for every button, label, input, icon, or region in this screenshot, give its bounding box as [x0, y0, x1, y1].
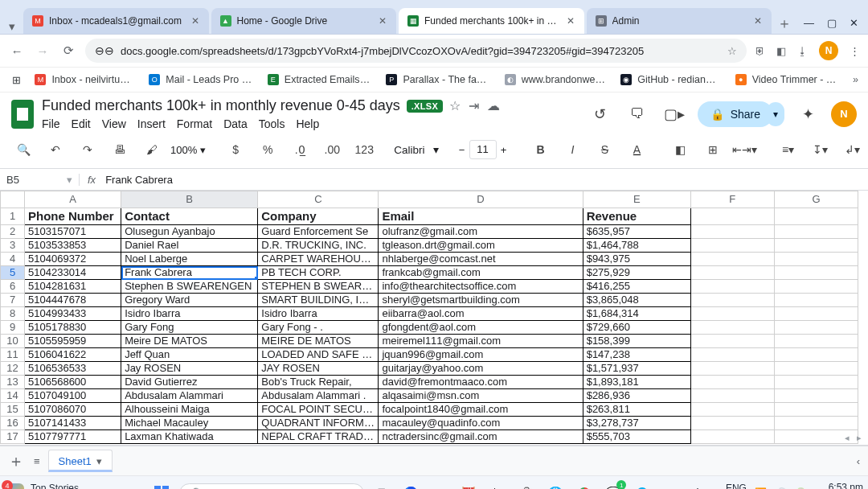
- cell[interactable]: [690, 348, 774, 362]
- browser-tab[interactable]: ⊞Admin✕: [587, 8, 772, 34]
- table-row[interactable]: 155107086070Alhousseini MaigaFOCAL POINT…: [1, 403, 858, 417]
- column-header[interactable]: F: [690, 191, 774, 208]
- language-indicator[interactable]: ENG US: [726, 484, 747, 489]
- taskbar-app-icon[interactable]: 🧿: [399, 482, 422, 489]
- cloud-status-icon[interactable]: ☁: [487, 98, 500, 113]
- forward-button[interactable]: →: [34, 44, 51, 58]
- cell[interactable]: tgleason.drt@gmail.com: [379, 239, 583, 253]
- cell[interactable]: [690, 417, 774, 430]
- account-avatar[interactable]: N: [831, 101, 857, 127]
- extensions-icon[interactable]: ⛨: [755, 45, 765, 57]
- cell[interactable]: $943,975: [583, 253, 690, 266]
- wrap-button[interactable]: ↲▾: [839, 138, 866, 161]
- cell[interactable]: David Gutierrez: [121, 376, 258, 389]
- cell[interactable]: 5104069372: [25, 253, 121, 266]
- cell[interactable]: 5105178830: [25, 321, 121, 335]
- row-header[interactable]: 12: [1, 362, 25, 376]
- cell[interactable]: 5106536533: [25, 362, 121, 376]
- table-row[interactable]: 165107141433Michael MacauleyQUADRANT INF…: [1, 417, 858, 430]
- cell[interactable]: [774, 280, 858, 294]
- cell[interactable]: nctradersinc@gmail.com: [379, 430, 583, 444]
- row-header[interactable]: 3: [1, 239, 25, 253]
- text-color-button[interactable]: A: [624, 138, 651, 161]
- cell[interactable]: [690, 280, 774, 294]
- row-header[interactable]: 16: [1, 417, 25, 430]
- cell[interactable]: [690, 403, 774, 417]
- tab-close-icon[interactable]: ✕: [752, 15, 764, 27]
- sheet-tab-menu-icon[interactable]: ▾: [96, 455, 102, 467]
- reload-button[interactable]: ⟳: [59, 43, 77, 58]
- cell[interactable]: Gary Fong: [121, 321, 258, 335]
- back-button[interactable]: ←: [8, 44, 26, 58]
- cell[interactable]: 5104281631: [25, 280, 121, 294]
- column-header[interactable]: B: [121, 191, 258, 208]
- cell[interactable]: LOADED AND SAFE INC.: [258, 348, 379, 362]
- row-header[interactable]: 13: [1, 376, 25, 389]
- row-header[interactable]: 4: [1, 253, 25, 266]
- cell[interactable]: [774, 266, 858, 280]
- table-row[interactable]: 55104233014Frank CabreraPB TECH CORP.fra…: [1, 266, 858, 280]
- currency-button[interactable]: $: [222, 138, 249, 161]
- table-row[interactable]: 115106041622Jeff QuanLOADED AND SAFE INC…: [1, 348, 858, 362]
- menu-item[interactable]: View: [102, 117, 126, 130]
- cell[interactable]: [774, 403, 858, 417]
- tab-search-icon[interactable]: ▾: [3, 19, 21, 34]
- cell[interactable]: [690, 294, 774, 307]
- cell[interactable]: 5104447678: [25, 294, 121, 307]
- tab-close-icon[interactable]: ✕: [565, 15, 576, 27]
- zoom-select[interactable]: 100%▾: [170, 144, 206, 156]
- bookmark-item[interactable]: ◐www.brandonweb.c…: [504, 73, 607, 86]
- sheets-logo-icon[interactable]: [11, 100, 34, 129]
- cell[interactable]: eiibarra@aol.com: [379, 307, 583, 321]
- row-header[interactable]: 11: [1, 348, 25, 362]
- row-header[interactable]: 15: [1, 403, 25, 417]
- cell[interactable]: Stephen B SWEARENGEN: [121, 280, 258, 294]
- tab-close-icon[interactable]: ✕: [377, 15, 388, 27]
- row-header[interactable]: 5: [1, 266, 25, 280]
- row-header[interactable]: 2: [1, 225, 25, 239]
- profile-avatar[interactable]: N: [819, 41, 838, 60]
- row-header[interactable]: 17: [1, 430, 25, 444]
- table-row[interactable]: 145107049100Abdusalam AlammariAbdusalam …: [1, 389, 858, 403]
- print-button[interactable]: 🖶: [106, 138, 133, 161]
- borders-button[interactable]: ⊞: [699, 138, 727, 161]
- cell[interactable]: olufranz@gmail.com: [379, 225, 583, 239]
- cell[interactable]: alqasaimi@msn.com: [379, 389, 583, 403]
- cell[interactable]: [774, 348, 858, 362]
- taskbar-app-icon[interactable]: 🧰: [515, 482, 538, 489]
- name-box[interactable]: B5▾: [0, 174, 80, 186]
- cell[interactable]: Frank Cabrera: [121, 266, 258, 280]
- move-icon[interactable]: ⇥: [469, 98, 479, 113]
- cell[interactable]: STEPHEN B SWEARENGEN: [258, 280, 379, 294]
- whatsapp-icon[interactable]: 💬1: [602, 482, 624, 489]
- cell[interactable]: [690, 208, 774, 225]
- bookmarks-overflow-icon[interactable]: »: [853, 74, 858, 85]
- cell[interactable]: [690, 266, 774, 280]
- cell[interactable]: Gary Fong - .: [258, 321, 379, 335]
- sheet-scroll-left[interactable]: ‹: [857, 455, 860, 467]
- table-row[interactable]: 25103157071Olusegun AyanbajoGuard Enforc…: [1, 225, 858, 239]
- column-header[interactable]: E: [583, 191, 690, 208]
- merge-button[interactable]: ⇤⇥▾: [731, 138, 759, 161]
- table-row[interactable]: 35103533853Daniel RaelD.R. TRUCKING, INC…: [1, 239, 858, 253]
- header-cell[interactable]: Contact: [121, 208, 258, 225]
- table-row[interactable]: 175107797771Laxman KhatiwadaNEPAL CRAFT …: [1, 430, 858, 444]
- cell[interactable]: 5107141433: [25, 417, 121, 430]
- chrome-menu-icon[interactable]: ⋮: [850, 45, 860, 57]
- cell[interactable]: $729,660: [583, 321, 690, 335]
- cell[interactable]: Olusegun Ayanbajo: [121, 225, 258, 239]
- cell[interactable]: SMART BUILDING, INC.: [258, 294, 379, 307]
- row-header[interactable]: 8: [1, 307, 25, 321]
- cell[interactable]: 5106041622: [25, 348, 121, 362]
- cell[interactable]: frankcab@gmail.com: [379, 266, 583, 280]
- cell[interactable]: MEIRE DE MATOS: [258, 335, 379, 348]
- table-row[interactable]: 1Phone NumberContactCompanyEmailRevenue: [1, 208, 858, 225]
- cell[interactable]: [774, 417, 858, 430]
- document-title[interactable]: Funded merchants 100k+ in monthly revenu…: [42, 97, 400, 114]
- cell[interactable]: [690, 362, 774, 376]
- cell[interactable]: meiremel111@gmail.com: [379, 335, 583, 348]
- calculator-icon[interactable]: 🧮: [457, 482, 480, 489]
- search-menu-icon[interactable]: 🔍: [10, 138, 37, 161]
- browser-tab[interactable]: MInbox - mcadeals1@gmail.com✕: [23, 8, 209, 34]
- address-bar[interactable]: ⊖⊖ docs.google.com/spreadsheets/d/173gpc…: [85, 39, 747, 63]
